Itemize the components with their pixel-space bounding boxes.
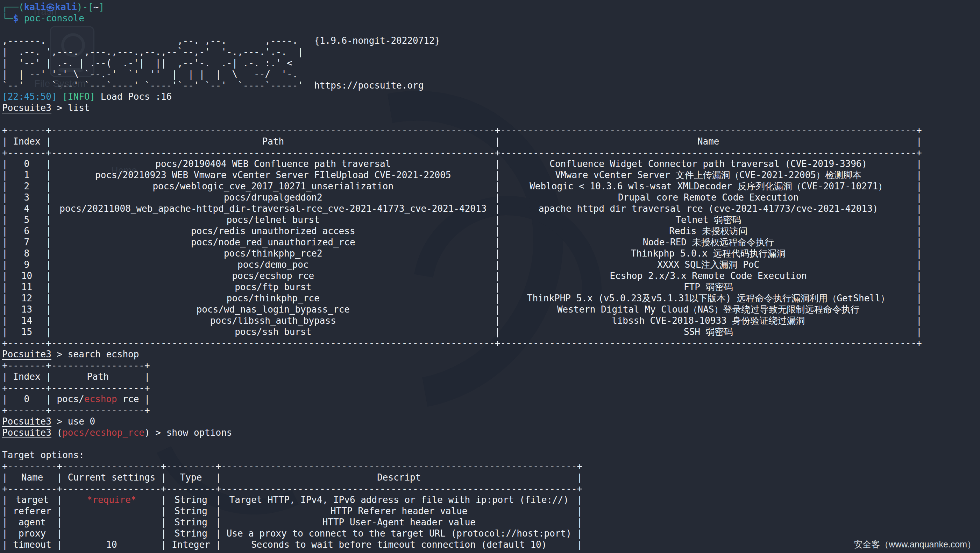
table-cell: Index [8, 371, 46, 382]
table-column-divider: | [46, 237, 51, 248]
table-column-divider: | [2, 539, 8, 550]
table-column-divider: | [916, 304, 922, 315]
table-row: |0|pocs/20190404_WEB_Confluence_path_tra… [2, 158, 980, 169]
table-row: |8|pocs/thinkphp_rce2|Thinkphp 5.0.x 远程代… [2, 248, 980, 259]
table-cell: 1 [8, 169, 46, 181]
table-cell: Drupal core Remote Code Execution [500, 192, 916, 203]
table-column-divider: | [2, 158, 8, 169]
table-border: +---------+------------------+---------+… [2, 550, 980, 553]
table-column-divider: | [916, 315, 922, 326]
table-column-divider: | [916, 326, 922, 338]
table-row: |1|pocs/20210923_WEB_Vmware_vCenter_Serv… [2, 169, 980, 181]
table-column-divider: | [495, 326, 501, 338]
table-cell: pocs/thinkphp_rce2 [51, 248, 495, 259]
table-cell: pocs/ecshop_rce [51, 270, 495, 281]
table-column-divider: | [46, 270, 51, 281]
table-column-divider: | [2, 371, 8, 382]
table-column-divider: | [46, 225, 51, 237]
table-column-divider: | [2, 315, 8, 326]
table-column-divider: | [916, 259, 922, 270]
table-cell: Name [500, 136, 916, 147]
table-row: |agent||String|HTTP User-Agent header va… [2, 516, 980, 528]
table-row: |5|pocs/telnet_burst|Telnet 弱密码| [2, 214, 980, 225]
table-column-divider: | [495, 158, 501, 169]
table-column-divider: | [215, 516, 221, 528]
table-cell: 4 [8, 203, 46, 214]
table-row: |0|pocs/ecshop_rce| [2, 394, 980, 405]
table-column-divider: | [916, 169, 922, 181]
table-cell: 15 [8, 326, 46, 338]
table-cell: pocs/wd_nas_login_bypass_rce [51, 304, 495, 315]
table-column-divider: | [2, 214, 8, 225]
table-row: |2|pocs/weblogic_cve_2017_10271_unserial… [2, 181, 980, 192]
table-cell: 11 [8, 281, 46, 293]
table-column-divider: | [2, 248, 8, 259]
table-column-divider: | [2, 136, 8, 147]
table-row: |7|pocs/node_red_unauthorized_rce|Node-R… [2, 237, 980, 248]
table-cell: Index [8, 136, 46, 147]
table-row: |12|pocs/thinkphp_rce|ThinkPHP 5.x (v5.0… [2, 293, 980, 304]
table-cell: Integer [167, 539, 216, 550]
table-column-divider: | [2, 293, 8, 304]
table-column-divider: | [916, 181, 922, 192]
table-column-divider: | [2, 494, 8, 505]
table-column-divider: | [577, 472, 583, 483]
table-column-divider: | [46, 158, 51, 169]
table-column-divider: | [2, 270, 8, 281]
banner-line: | .--. ',---. ,---.,---.,--.,--`--,-' '-… [2, 46, 980, 57]
banner-line: `--' `---' `---`----' `----'`--' `--' `-… [2, 80, 980, 91]
table-cell: 10 [8, 270, 46, 281]
table-column-divider: | [215, 494, 221, 505]
table-cell: Node-RED 未授权远程命令执行 [500, 237, 916, 248]
table-column-divider: | [2, 203, 8, 214]
table-column-divider: | [215, 472, 221, 483]
table-row: |10|pocs/ecshop_rce|Ecshop 2.x/3.x Remot… [2, 270, 980, 281]
table-cell: 3 [8, 192, 46, 203]
table-column-divider: | [46, 281, 51, 293]
table-column-divider: | [916, 281, 922, 293]
table-cell: pocs/node_red_unauthorized_rce [51, 237, 495, 248]
table-column-divider: | [577, 528, 583, 539]
table-column-divider: | [495, 181, 501, 192]
table-column-divider: | [495, 237, 501, 248]
table-column-divider: | [161, 539, 167, 550]
table-column-divider: | [161, 494, 167, 505]
table-column-divider: | [57, 516, 63, 528]
table-cell: VMware vCenter Server 文件上传漏洞（CVE-2021-22… [500, 169, 916, 181]
table-cell: Confluence Widget Connector path travers… [500, 158, 916, 169]
table-column-divider: | [2, 528, 8, 539]
table-column-divider: | [46, 326, 51, 338]
table-cell: HTTP User-Agent header value [221, 516, 577, 528]
table-column-divider: | [145, 394, 150, 405]
table-border: +-------+-------------------------------… [2, 147, 980, 158]
banner-line: | '--' | .-. | .--( .-'| || ,--'-. .-| .… [2, 57, 980, 69]
table-cell: ThinkPHP 5.x (v5.0.23及v5.1.31以下版本) 远程命令执… [500, 293, 916, 304]
table-column-divider: | [495, 281, 501, 293]
table-column-divider: | [2, 237, 8, 248]
table-column-divider: | [2, 281, 8, 293]
table-column-divider: | [495, 259, 501, 270]
table-cell: SSH 弱密码 [500, 326, 916, 338]
table-column-divider: | [57, 472, 63, 483]
table-cell: target [8, 494, 57, 505]
options-title: Target options: [2, 449, 980, 461]
table-cell: Ecshop 2.x/3.x Remote Code Execution [500, 270, 916, 281]
table-cell: HTTP Referer header value [221, 505, 577, 516]
table-column-divider: | [2, 505, 8, 516]
table-cell: pocs/ecshop_rce [51, 394, 145, 405]
anquanke-watermark: 安全客（www.anquanke.com） [854, 539, 976, 550]
banner-line: ,------. ,--. ,--. ,----. {1.9.6-nongit-… [2, 35, 980, 46]
table-column-divider: | [215, 505, 221, 516]
table-column-divider: | [161, 472, 167, 483]
table-header-row: |Index|Path| [2, 371, 980, 382]
table-cell: Name [8, 472, 57, 483]
table-column-divider: | [161, 516, 167, 528]
command-use: Pocsuite3 > use 0 [2, 416, 980, 427]
table-cell: pocs/libssh_auth_bypass [51, 315, 495, 326]
blank-line [2, 24, 980, 35]
table-cell: libssh CVE-2018-10933 身份验证绕过漏洞 [500, 315, 916, 326]
table-cell: 14 [8, 315, 46, 326]
table-cell: Target HTTP, IPv4, IPv6 address or file … [221, 494, 577, 505]
terminal[interactable]: ┌──(kali㉿kali)-[~]└─$ poc-console,------… [2, 2, 980, 553]
table-row: |13|pocs/wd_nas_login_bypass_rce|Western… [2, 304, 980, 315]
